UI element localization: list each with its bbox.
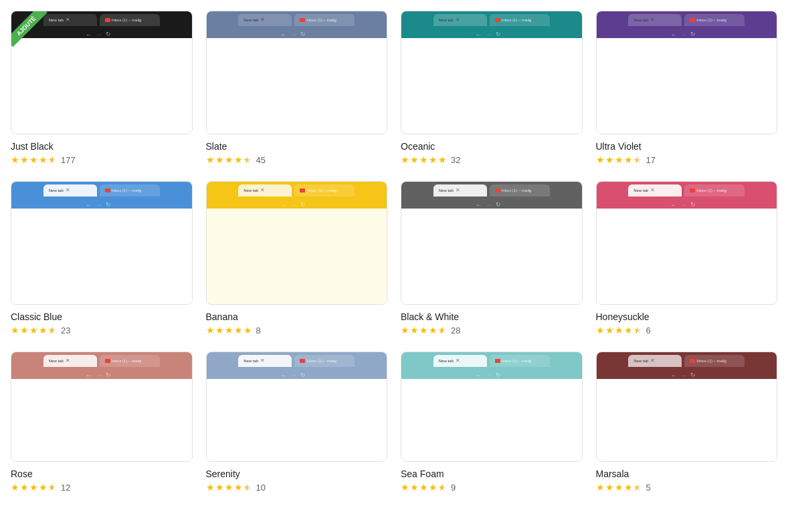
tab-label-2: Inbox (1) – mailg xyxy=(696,18,726,22)
theme-card-ultra-violet[interactable]: New tab ✕ Inbox (1) – mailg ← → ↻ xyxy=(596,11,778,165)
tab-label-2: Inbox (1) – mailg xyxy=(306,359,336,363)
forward-icon: → xyxy=(96,31,104,39)
stars: ★★★★★★ xyxy=(596,325,642,336)
theme-rating: ★★★★★★ 28 xyxy=(401,325,583,336)
browser-mock: New tab ✕ Inbox (1) – mailg ← → ↻ xyxy=(401,11,582,134)
browser-content xyxy=(401,379,582,461)
tab-label: New tab xyxy=(633,359,648,363)
browser-content xyxy=(11,209,192,304)
reload-icon: ↻ xyxy=(496,201,504,209)
theme-card-classic-blue[interactable]: New tab ✕ Inbox (1) – mailg ← → ↻ xyxy=(11,181,193,336)
theme-preview-honeysuckle: New tab ✕ Inbox (1) – mailg ← → ↻ xyxy=(596,181,778,305)
star-full: ★ xyxy=(596,154,605,165)
tab-label-2: Inbox (1) – mailg xyxy=(696,188,726,192)
back-icon: ← xyxy=(86,31,94,39)
theme-card-serenity[interactable]: New tab ✕ Inbox (1) – mailg ← → ↻ xyxy=(206,352,388,493)
forward-icon: → xyxy=(486,372,494,380)
theme-card-sea-foam[interactable]: New tab ✕ Inbox (1) – mailg ← → ↻ xyxy=(401,352,583,493)
tab-close-icon: ✕ xyxy=(260,188,266,193)
star-full: ★ xyxy=(410,154,419,165)
tab-close-icon: ✕ xyxy=(456,188,461,193)
theme-name: Serenity xyxy=(206,469,388,479)
forward-icon: → xyxy=(680,372,688,380)
star-full: ★ xyxy=(615,325,623,336)
theme-preview-sea-foam: New tab ✕ Inbox (1) – mailg ← → ↻ xyxy=(401,352,583,462)
theme-card-honeysuckle[interactable]: New tab ✕ Inbox (1) – mailg ← → ↻ xyxy=(596,181,778,336)
tab-label-2: Inbox (1) – mailg xyxy=(112,18,142,22)
rating-count: 9 xyxy=(451,483,456,493)
star-half: ★★ xyxy=(633,154,642,165)
forward-icon: → xyxy=(680,201,688,209)
browser-content xyxy=(597,38,777,134)
star-full: ★ xyxy=(206,482,215,493)
theme-rating: ★★★★★★ 6 xyxy=(596,325,778,336)
theme-card-oceanic[interactable]: New tab ✕ Inbox (1) – mailg ← → ↻ xyxy=(401,11,583,165)
star-full: ★ xyxy=(419,154,428,165)
back-icon: ← xyxy=(86,201,94,209)
theme-preview-just-black: New tab ✕ Inbox (1) – mailg ← → ↻ xyxy=(11,11,193,134)
theme-card-banana[interactable]: New tab ✕ Inbox (1) – mailg ← → ↻ xyxy=(206,181,388,336)
browser-content xyxy=(207,209,387,304)
tab-label-2: Inbox (1) – mailg xyxy=(502,359,532,363)
browser-mock: New tab ✕ Inbox (1) – mailg ← → ↻ xyxy=(401,182,582,304)
reload-icon: ↻ xyxy=(300,201,308,209)
star-full: ★ xyxy=(596,325,605,336)
theme-card-black-white[interactable]: New tab ✕ Inbox (1) – mailg ← → ↻ xyxy=(401,181,583,336)
theme-name: Ultra Violet xyxy=(596,141,778,152)
browser-mock: New tab ✕ Inbox (1) – mailg ← → ↻ xyxy=(11,352,192,461)
star-full: ★ xyxy=(215,482,224,493)
tab-label: New tab xyxy=(633,18,648,22)
star-full: ★ xyxy=(215,154,224,165)
tab-close-icon: ✕ xyxy=(456,358,461,364)
theme-name: Oceanic xyxy=(401,141,583,152)
star-full: ★ xyxy=(29,154,38,165)
stars: ★★★★★★ xyxy=(11,482,57,493)
theme-rating: ★★★★★ 32 xyxy=(401,154,583,165)
star-full: ★ xyxy=(605,325,614,336)
theme-preview-rose: New tab ✕ Inbox (1) – mailg ← → ↻ xyxy=(11,352,193,462)
theme-name: Marsala xyxy=(596,469,778,479)
star-full: ★ xyxy=(438,154,447,165)
rating-count: 23 xyxy=(61,325,70,336)
tab-label-2: Inbox (1) – mailg xyxy=(112,359,142,363)
browser-content xyxy=(11,38,192,134)
reload-icon: ↻ xyxy=(690,201,698,209)
browser-content xyxy=(207,379,387,461)
theme-rating: ★★★★★ 8 xyxy=(206,325,388,336)
star-full: ★ xyxy=(419,482,428,493)
theme-rating: ★★★★★★ 10 xyxy=(206,482,388,493)
star-full: ★ xyxy=(20,154,29,165)
rating-count: 12 xyxy=(61,483,70,493)
stars: ★★★★★★ xyxy=(206,482,252,493)
reload-icon: ↻ xyxy=(106,372,114,380)
theme-card-rose[interactable]: New tab ✕ Inbox (1) – mailg ← → ↻ xyxy=(11,352,193,493)
forward-icon: → xyxy=(290,372,298,380)
theme-name: Black & White xyxy=(401,311,583,322)
reload-icon: ↻ xyxy=(690,372,698,380)
star-full: ★ xyxy=(11,482,19,493)
rating-count: 5 xyxy=(646,483,651,493)
stars: ★★★★★★ xyxy=(206,154,252,165)
back-icon: ← xyxy=(476,201,484,209)
back-icon: ← xyxy=(670,372,678,380)
star-full: ★ xyxy=(429,154,437,165)
browser-mock: New tab ✕ Inbox (1) – mailg ← → ↻ xyxy=(207,182,387,304)
star-full: ★ xyxy=(29,325,38,336)
star-full: ★ xyxy=(225,325,233,336)
rating-count: 10 xyxy=(256,483,266,493)
theme-rating: ★★★★★★ 23 xyxy=(11,325,193,336)
tab-label: New tab xyxy=(439,359,454,363)
tab-close-icon: ✕ xyxy=(66,358,71,364)
star-half: ★★ xyxy=(243,482,252,493)
back-icon: ← xyxy=(280,372,288,380)
theme-card-slate[interactable]: New tab ✕ Inbox (1) – mailg ← → ↻ xyxy=(206,11,388,165)
star-full: ★ xyxy=(419,325,428,336)
theme-card-marsala[interactable]: New tab ✕ Inbox (1) – mailg ← → ↻ xyxy=(596,352,778,493)
tab-close-icon: ✕ xyxy=(650,358,656,364)
forward-icon: → xyxy=(290,201,298,209)
tab-close-icon: ✕ xyxy=(456,17,461,23)
star-full: ★ xyxy=(225,154,233,165)
theme-card-just-black[interactable]: New tab ✕ Inbox (1) – mailg ← → ↻ xyxy=(11,11,193,165)
theme-rating: ★★★★★★ 177 xyxy=(11,154,193,165)
tab-label-2: Inbox (1) – mailg xyxy=(306,188,336,192)
